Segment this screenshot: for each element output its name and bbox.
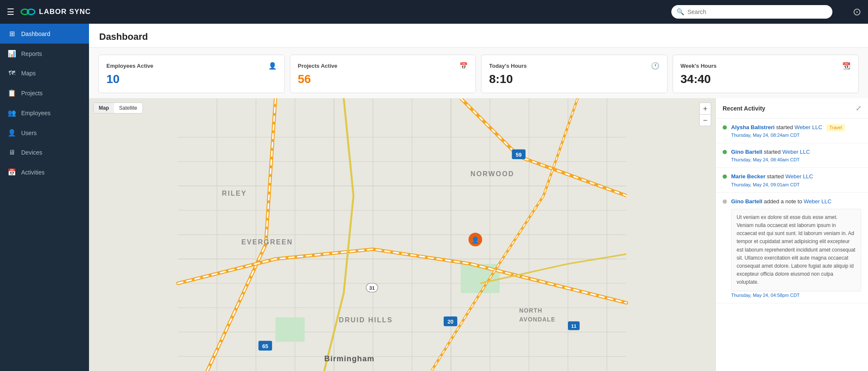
- activity-item-1: Alysha Balistreri started Weber LLC Trav…: [716, 119, 868, 143]
- stat-label-projects: Projects Active: [298, 63, 337, 69]
- svg-text:Birmingham: Birmingham: [324, 354, 375, 363]
- sidebar-label-users: Users: [21, 130, 37, 136]
- menu-button[interactable]: ☰: [7, 7, 14, 17]
- stat-label-todays-hours: Today's Hours: [489, 63, 527, 69]
- employees-icon: 👥: [8, 109, 16, 117]
- activity-dot-4: [723, 199, 727, 204]
- lower-area: 59 20 65 31 11: [89, 98, 868, 371]
- satellite-button[interactable]: Satellite: [114, 103, 142, 113]
- svg-text:DRUID HILLS: DRUID HILLS: [339, 316, 393, 324]
- search-icon: 🔍: [676, 8, 684, 16]
- stat-card-weeks-hours: Week's Hours 📆 34:40: [673, 55, 859, 93]
- user-avatar-icon[interactable]: ⊙: [853, 6, 861, 18]
- map-type-toggle: Map Satellite: [93, 102, 143, 114]
- activity-note-4: Ut veniam ex dolore sit esse duis esse a…: [731, 209, 861, 291]
- stat-value-weeks-hours: 34:40: [681, 72, 851, 86]
- sidebar-label-devices: Devices: [21, 149, 42, 156]
- stat-icon-employees: 👤: [268, 62, 277, 70]
- sidebar-label-employees: Employees: [21, 110, 50, 116]
- content-area: Dashboard Employees Active 👤 10 Projects…: [89, 24, 868, 371]
- stat-value-employees: 10: [106, 72, 277, 86]
- activity-dot-3: [723, 174, 727, 179]
- projects-icon: 📋: [8, 89, 16, 97]
- sidebar: ⊞ Dashboard 📊 Reports 🗺 Maps 📋 Projects …: [0, 24, 89, 371]
- svg-text:NORWOOD: NORWOOD: [470, 170, 514, 177]
- svg-text:31: 31: [369, 285, 375, 291]
- map-container: 59 20 65 31 11: [89, 98, 715, 371]
- activity-user-3[interactable]: Marie Becker: [731, 173, 765, 180]
- activity-text-1: Alysha Balistreri started Weber LLC Trav…: [731, 124, 845, 131]
- stats-row: Employees Active 👤 10 Projects Active 📅 …: [89, 48, 868, 98]
- activity-text-2: Gino Bartell started Weber LLC: [731, 148, 810, 156]
- map-button[interactable]: Map: [94, 103, 114, 113]
- map-area: 59 20 65 31 11: [89, 98, 715, 371]
- main-layout: ⊞ Dashboard 📊 Reports 🗺 Maps 📋 Projects …: [0, 24, 868, 371]
- activity-item-3: Marie Becker started Weber LLC Thursday,…: [716, 168, 868, 192]
- svg-text:59: 59: [516, 152, 522, 158]
- sidebar-item-projects[interactable]: 📋 Projects: [0, 83, 89, 103]
- stat-label-employees: Employees Active: [106, 63, 153, 69]
- maps-icon: 🗺: [8, 69, 16, 77]
- svg-text:👤: 👤: [471, 236, 479, 244]
- sidebar-item-activities[interactable]: 📅 Activities: [0, 162, 89, 182]
- svg-rect-25: [275, 318, 305, 342]
- activity-header: Recent Activity ⤢: [716, 98, 868, 119]
- activity-dot-2: [723, 150, 727, 154]
- activity-company-2[interactable]: Weber LLC: [782, 149, 810, 155]
- reports-icon: 📊: [8, 50, 16, 58]
- sidebar-item-maps[interactable]: 🗺 Maps: [0, 64, 89, 83]
- app-name: LABOR SYNC: [39, 8, 91, 16]
- svg-text:EVERGREEN: EVERGREEN: [242, 238, 293, 246]
- sidebar-item-users[interactable]: 👤 Users: [0, 123, 89, 143]
- sidebar-item-employees[interactable]: 👥 Employees: [0, 103, 89, 123]
- activity-item-2: Gino Bartell started Weber LLC Thursday,…: [716, 143, 868, 168]
- sidebar-label-projects: Projects: [21, 90, 43, 97]
- search-wrapper: 🔍: [671, 5, 832, 19]
- svg-text:20: 20: [448, 319, 453, 325]
- stat-card-projects-active: Projects Active 📅 56: [290, 55, 476, 93]
- activity-time-4: Thursday, May 24, 04:58pm CDT: [731, 293, 861, 298]
- sidebar-item-dashboard[interactable]: ⊞ Dashboard: [0, 24, 89, 44]
- sidebar-item-reports[interactable]: 📊 Reports: [0, 44, 89, 64]
- activity-item-4: Gino Bartell added a note to Weber LLC U…: [716, 193, 868, 303]
- activity-time-2: Thursday, May 24, 08:40am CDT: [731, 157, 810, 162]
- activity-company-3[interactable]: Weber LLC: [785, 173, 813, 180]
- activity-user-1[interactable]: Alysha Balistreri: [731, 124, 775, 130]
- zoom-in-button[interactable]: +: [699, 102, 711, 114]
- sidebar-item-devices[interactable]: 🖥 Devices: [0, 143, 89, 162]
- svg-text:65: 65: [262, 343, 268, 349]
- logo: LABOR SYNC: [20, 7, 91, 17]
- expand-icon[interactable]: ⤢: [856, 104, 861, 112]
- activity-user-4[interactable]: Gino Bartell: [731, 198, 762, 205]
- activities-icon: 📅: [8, 168, 16, 176]
- stat-label-weeks-hours: Week's Hours: [681, 63, 717, 69]
- sidebar-label-dashboard: Dashboard: [21, 30, 50, 37]
- stat-card-employees-active: Employees Active 👤 10: [98, 55, 285, 93]
- dashboard-icon: ⊞: [8, 30, 16, 38]
- dashboard-header: Dashboard: [89, 24, 868, 48]
- map-zoom-controls: + −: [699, 102, 711, 126]
- zoom-out-button[interactable]: −: [699, 114, 711, 126]
- topnav: ☰ LABOR SYNC 🔍 ⊙: [0, 0, 868, 24]
- activity-text-3: Marie Becker started Weber LLC: [731, 173, 813, 180]
- stat-icon-weeks-hours: 📆: [842, 62, 851, 70]
- map-svg: 59 20 65 31 11: [89, 98, 715, 371]
- stat-icon-todays-hours: 🕐: [651, 62, 659, 70]
- svg-text:RILEY: RILEY: [222, 189, 247, 197]
- activity-time-3: Thursday, May 24, 09:01am CDT: [731, 182, 813, 187]
- activity-company-4[interactable]: Weber LLC: [804, 198, 832, 205]
- logo-icon: [20, 7, 36, 17]
- stat-value-todays-hours: 8:10: [489, 72, 659, 86]
- activity-user-2[interactable]: Gino Bartell: [731, 149, 762, 155]
- stat-icon-projects: 📅: [459, 62, 468, 70]
- svg-text:11: 11: [571, 324, 576, 329]
- activity-text-4: Gino Bartell added a note to Weber LLC: [731, 198, 861, 205]
- search-input[interactable]: [671, 5, 832, 19]
- stat-value-projects: 56: [298, 72, 468, 86]
- sidebar-label-maps: Maps: [21, 70, 36, 77]
- activity-tag-1: Travel: [826, 124, 845, 131]
- activity-company-1[interactable]: Weber LLC: [795, 124, 823, 130]
- svg-text:AVONDALE: AVONDALE: [519, 316, 556, 323]
- activity-dot-1: [723, 125, 727, 130]
- page-title: Dashboard: [99, 31, 858, 42]
